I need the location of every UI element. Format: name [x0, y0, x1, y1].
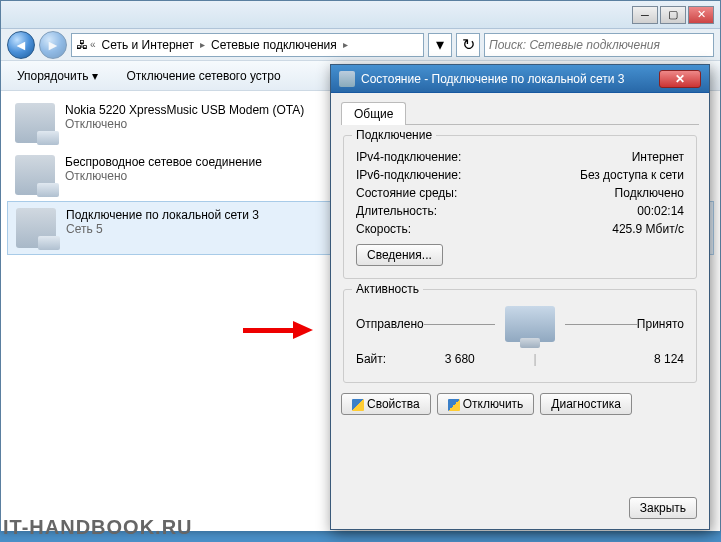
- media-value: Подключено: [615, 186, 684, 200]
- connection-name: Подключение по локальной сети 3: [66, 208, 259, 222]
- chevron-right-icon: ▸: [198, 39, 207, 50]
- connection-text: Nokia 5220 XpressMusic USB Modem (OTA) О…: [65, 103, 304, 131]
- close-button[interactable]: Закрыть: [629, 497, 697, 519]
- minimize-button[interactable]: ─: [632, 6, 658, 24]
- ipv6-value: Без доступа к сети: [580, 168, 684, 182]
- disable-button[interactable]: Отключить: [437, 393, 535, 415]
- connection-status: Сеть 5: [66, 222, 259, 236]
- details-button[interactable]: Сведения...: [356, 244, 443, 266]
- group-connection: Подключение IPv4-подключение:Интернет IP…: [343, 135, 697, 279]
- tab-row: Общие: [341, 101, 699, 125]
- status-dialog: Состояние - Подключение по локальной сет…: [330, 64, 710, 530]
- watermark: IT-HANDBOOK.RU: [3, 516, 193, 539]
- received-label: Принято: [637, 317, 684, 331]
- connection-status: Отключено: [65, 169, 262, 183]
- annotation-arrow: [243, 323, 323, 337]
- organize-label: Упорядочить: [17, 69, 88, 83]
- breadcrumb[interactable]: 🖧 « Сеть и Интернет ▸ Сетевые подключени…: [71, 33, 424, 57]
- activity-diagram: Отправлено Принято: [356, 300, 684, 348]
- bytes-label: Байт:: [356, 352, 386, 366]
- properties-button[interactable]: Свойства: [341, 393, 431, 415]
- media-label: Состояние среды:: [356, 186, 457, 200]
- dialog-footer: Закрыть: [629, 497, 697, 519]
- back-button[interactable]: ◄: [7, 31, 35, 59]
- dialog-titlebar: Состояние - Подключение по локальной сет…: [331, 65, 709, 93]
- dialog-close-button[interactable]: ✕: [659, 70, 701, 88]
- chevron-down-icon: ▾: [92, 69, 98, 83]
- ipv6-label: IPv6-подключение:: [356, 168, 461, 182]
- network-icon: [339, 71, 355, 87]
- address-bar: ◄ ► 🖧 « Сеть и Интернет ▸ Сетевые подклю…: [1, 29, 720, 61]
- dialog-body: Общие Подключение IPv4-подключение:Интер…: [331, 93, 709, 423]
- group-connection-title: Подключение: [352, 128, 436, 142]
- close-button[interactable]: ✕: [688, 6, 714, 24]
- modem-icon: [15, 103, 55, 143]
- window-titlebar: ─ ▢ ✕: [1, 1, 720, 29]
- lan-icon: [16, 208, 56, 248]
- activity-line: [565, 324, 637, 325]
- diagnose-button[interactable]: Диагностика: [540, 393, 632, 415]
- shield-icon: [352, 399, 364, 411]
- shield-icon: [448, 399, 460, 411]
- connection-name: Беспроводное сетевое соединение: [65, 155, 262, 169]
- dialog-title: Состояние - Подключение по локальной сет…: [361, 72, 625, 86]
- history-dropdown-button[interactable]: ▾: [428, 33, 452, 57]
- speed-label: Скорость:: [356, 222, 411, 236]
- computer-network-icon: [505, 306, 555, 342]
- action-buttons: Свойства Отключить Диагностика: [341, 393, 699, 415]
- connection-status: Отключено: [65, 117, 304, 131]
- bytes-received-value: 8 124: [537, 352, 684, 366]
- speed-value: 425.9 Мбит/с: [612, 222, 684, 236]
- ipv4-value: Интернет: [632, 150, 684, 164]
- maximize-button[interactable]: ▢: [660, 6, 686, 24]
- refresh-button[interactable]: ↻: [456, 33, 480, 57]
- connection-name: Nokia 5220 XpressMusic USB Modem (OTA): [65, 103, 304, 117]
- breadcrumb-seg[interactable]: Сетевые подключения: [207, 36, 341, 54]
- folder-icon: 🖧: [76, 38, 88, 52]
- activity-line: [424, 324, 496, 325]
- group-activity-title: Активность: [352, 282, 423, 296]
- breadcrumb-seg[interactable]: Сеть и Интернет: [98, 36, 198, 54]
- sent-label: Отправлено: [356, 317, 424, 331]
- search-box[interactable]: [484, 33, 714, 57]
- bytes-sent-value: 3 680: [386, 352, 533, 366]
- organize-button[interactable]: Упорядочить ▾: [9, 65, 106, 87]
- connection-text: Подключение по локальной сети 3 Сеть 5: [66, 208, 259, 236]
- forward-button[interactable]: ►: [39, 31, 67, 59]
- search-input[interactable]: [489, 38, 709, 52]
- wifi-icon: [15, 155, 55, 195]
- chevron-right-icon: ▸: [341, 39, 350, 50]
- disable-device-button[interactable]: Отключение сетевого устро: [118, 65, 288, 87]
- ipv4-label: IPv4-подключение:: [356, 150, 461, 164]
- breadcrumb-sep-icon: «: [88, 39, 98, 50]
- tab-general[interactable]: Общие: [341, 102, 406, 125]
- group-activity: Активность Отправлено Принято Байт: 3 68…: [343, 289, 697, 383]
- duration-label: Длительность:: [356, 204, 437, 218]
- connection-text: Беспроводное сетевое соединение Отключен…: [65, 155, 262, 183]
- duration-value: 00:02:14: [637, 204, 684, 218]
